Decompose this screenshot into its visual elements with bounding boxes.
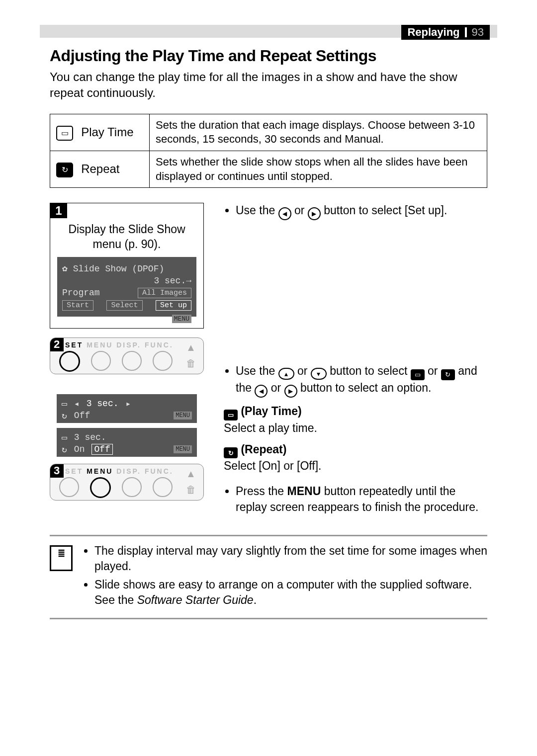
- play-time-body: Select a play time.: [224, 420, 487, 436]
- mini1-time: 3 sec.: [87, 399, 119, 409]
- mini1-menu: MENU: [174, 412, 192, 420]
- set-dial-icon: [59, 351, 80, 372]
- down-button-icon: ▾: [311, 368, 327, 380]
- disp-label: DISP.: [116, 341, 141, 349]
- mountain-icon: ▲: [186, 342, 196, 353]
- step-3-badge: 3: [50, 464, 64, 478]
- step-2-badge: 2: [50, 337, 64, 351]
- menu-label: MENU: [87, 341, 113, 349]
- step-1-panel: 1 Display the Slide Show menu (p. 90). ✿…: [50, 203, 204, 329]
- repeat-desc: Sets whether the slide show stops when a…: [150, 151, 487, 187]
- step-3-instruction: Press the MENU button repeatedly until t…: [236, 484, 487, 514]
- repeat-icon: ↻: [62, 444, 67, 455]
- mini2-menu: MENU: [174, 445, 192, 453]
- note-icon: ≣: [50, 545, 73, 571]
- section-label: Replaying: [407, 26, 459, 39]
- table-row: ▭ Play Time Sets the duration that each …: [50, 114, 487, 151]
- slide-show-screen: ✿ Slide Show (DPOF) 3 sec. → Program All…: [57, 257, 196, 317]
- note-item-2: Slide shows are easy to arrange on a com…: [94, 577, 487, 608]
- func-label: FUNC.: [145, 341, 174, 349]
- section-tab: Replaying 93: [401, 25, 490, 40]
- repeat-icon: ↻: [224, 447, 238, 458]
- camera-controls-step-2: 2 SET MENU DISP. FUNC. ▲ 🗑: [50, 337, 204, 374]
- menu-dial-icon: [91, 351, 111, 371]
- lcd-program: Program: [62, 288, 100, 298]
- page-number: 93: [472, 26, 484, 39]
- mini2-time: 3 sec.: [74, 432, 106, 442]
- mini1-off: Off: [74, 411, 90, 420]
- repeat-subhead: ↻ (Repeat): [224, 442, 487, 459]
- disp-dial-icon: [122, 351, 142, 371]
- right-button-icon: ▶: [308, 207, 321, 220]
- set-label: SET: [65, 467, 83, 475]
- trash-icon: 🗑: [186, 358, 196, 369]
- disp-dial-icon: [122, 477, 142, 497]
- repeat-icon: ↻: [62, 410, 67, 421]
- lcd-menu-tag: MENU: [172, 315, 191, 323]
- camera-controls-step-3: 3 SET MENU DISP. FUNC. ▲ 🗑: [50, 464, 204, 501]
- left-button-icon: ◀: [278, 207, 291, 220]
- repeat-icon: ↻: [56, 163, 73, 177]
- func-dial-icon: [153, 351, 173, 371]
- play-time-icon: ▭: [62, 432, 67, 443]
- func-dial-icon: [153, 477, 173, 497]
- set-dial-icon: [59, 477, 79, 497]
- step-1-badge: 1: [50, 203, 67, 218]
- step-1-caption: Display the Slide Show menu (p. 90).: [50, 218, 203, 257]
- play-time-desc: Sets the duration that each image displa…: [150, 114, 487, 151]
- note-box: ≣ The display interval may vary slightly…: [50, 535, 487, 619]
- repeat-label: Repeat: [81, 162, 119, 175]
- play-time-icon: ▭: [62, 398, 67, 409]
- options-table: ▭ Play Time Sets the duration that each …: [50, 114, 487, 188]
- lcd-all-images: All Images: [138, 288, 191, 298]
- set-label: SET: [65, 341, 83, 349]
- lcd-time: 3 sec.: [154, 276, 186, 286]
- repeat-body: Select [On] or [Off].: [224, 458, 487, 474]
- step-2-3-instruction: Use the ▴ or ▾ button to select ▭ or ↻ a…: [224, 334, 487, 520]
- step-1-instruction: Use the ◀ or ▶ button to select [Set up]…: [224, 203, 487, 329]
- intro-text: You can change the play time for all the…: [50, 69, 487, 101]
- page-title: Adjusting the Play Time and Repeat Setti…: [50, 47, 487, 65]
- mini2-on: On: [74, 444, 85, 454]
- repeat-screen: ▭ 3 sec. ↻ On Off MENU: [57, 428, 197, 457]
- play-time-subhead: ▭ (Play Time): [224, 404, 487, 420]
- right-button-icon: ▶: [284, 385, 297, 398]
- disp-label: DISP.: [116, 467, 141, 475]
- table-row: ↻ Repeat Sets whether the slide show sto…: [50, 151, 487, 187]
- divider-icon: [465, 27, 467, 37]
- repeat-icon: ↻: [441, 369, 455, 380]
- play-time-label: Play Time: [81, 125, 133, 139]
- lcd-start: Start: [62, 300, 93, 311]
- play-time-screen: ▭ ◂ 3 sec. ▸ ↻ Off MENU: [57, 394, 197, 423]
- up-button-icon: ▴: [278, 368, 294, 380]
- mini2-off: Off: [91, 444, 112, 455]
- menu-label: MENU: [87, 467, 113, 475]
- lcd-select: Select: [106, 300, 142, 311]
- play-time-icon: ▭: [56, 126, 73, 141]
- left-button-icon: ◀: [255, 385, 268, 398]
- lcd-setup: Set up: [156, 300, 191, 311]
- mountain-icon: ▲: [186, 468, 196, 480]
- page-header: Replaying 93: [40, 25, 497, 38]
- menu-dial-icon: [90, 477, 111, 498]
- func-label: FUNC.: [145, 467, 174, 475]
- play-time-icon: ▭: [224, 410, 238, 420]
- note-item-1: The display interval may vary slightly f…: [94, 543, 487, 574]
- lcd-title: Slide Show (DPOF): [73, 264, 165, 274]
- trash-icon: 🗑: [186, 484, 196, 496]
- play-time-icon: ▭: [411, 369, 425, 380]
